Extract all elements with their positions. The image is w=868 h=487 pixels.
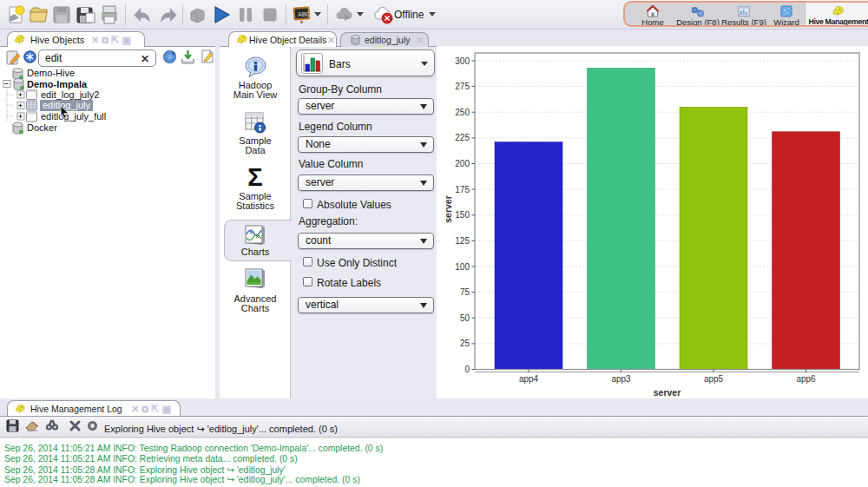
svg-text:275: 275 <box>455 82 470 91</box>
svg-text:server: server <box>654 387 681 398</box>
svg-text:app4: app4 <box>519 374 539 384</box>
svg-text:250: 250 <box>455 108 470 117</box>
svg-text:0: 0 <box>464 365 470 374</box>
svg-text:225: 225 <box>455 133 470 142</box>
svg-text:app3: app3 <box>611 374 631 384</box>
svg-text:150: 150 <box>455 210 470 220</box>
svg-text:175: 175 <box>455 185 470 194</box>
svg-text:200: 200 <box>455 159 470 168</box>
svg-text:ABC: ABC <box>298 10 311 17</box>
svg-text:app6: app6 <box>796 374 816 384</box>
svg-text:50: 50 <box>460 313 470 323</box>
svg-text:100: 100 <box>455 262 470 272</box>
svg-text:app5: app5 <box>704 374 724 384</box>
svg-text:75: 75 <box>460 287 470 297</box>
svg-text:125: 125 <box>455 236 470 246</box>
svg-text:server: server <box>443 195 453 223</box>
svg-text:25: 25 <box>460 339 470 348</box>
svg-text:300: 300 <box>455 56 470 66</box>
